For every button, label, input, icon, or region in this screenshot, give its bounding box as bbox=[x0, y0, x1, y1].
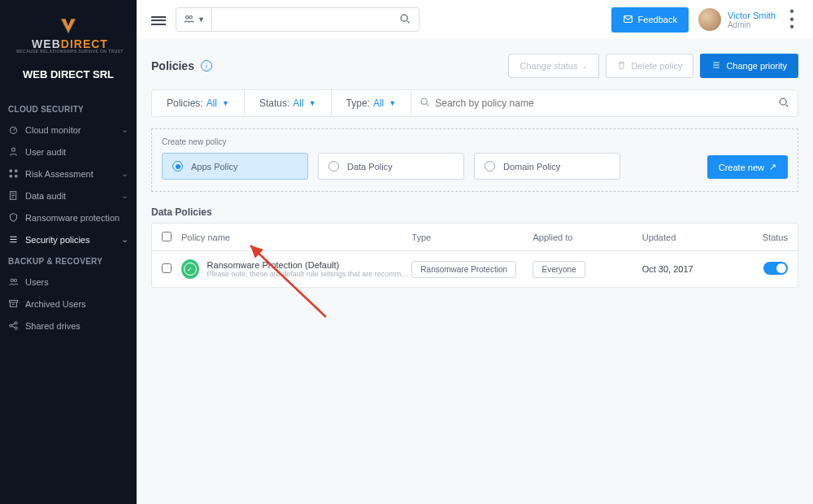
nav-label: Risk Assessment bbox=[25, 169, 93, 179]
shield-icon bbox=[8, 212, 19, 223]
chevron-down-icon: ⌄ bbox=[121, 124, 128, 135]
option-label: Apps Policy bbox=[191, 162, 237, 172]
filter-type[interactable]: Type: All ▼ bbox=[332, 90, 412, 116]
change-status-button[interactable]: Change status ⌄ bbox=[508, 54, 599, 78]
nav-label: Users bbox=[25, 277, 49, 287]
option-label: Domain Policy bbox=[503, 162, 560, 172]
policy-search-input[interactable] bbox=[435, 98, 778, 109]
more-menu-icon[interactable]: ••• bbox=[785, 7, 798, 32]
button-label: Delete policy bbox=[631, 61, 682, 71]
brand-logo: WEBDIRECT BECAUSE RELATIONSHIPS SURVIVE … bbox=[0, 11, 137, 68]
radio-icon bbox=[328, 161, 339, 172]
user-name: Victor Smith bbox=[728, 11, 776, 20]
radio-icon bbox=[485, 161, 495, 172]
table-section-title: Data Policies bbox=[151, 206, 798, 218]
main: ▼ Feedback Victor Smith Admin ••• Polici… bbox=[137, 0, 813, 504]
sidebar-section-backup-recovery: BACKUP & RECOVERY bbox=[0, 250, 137, 271]
search-scope-selector[interactable]: ▼ bbox=[176, 8, 212, 31]
sidebar-item-shared-drives[interactable]: Shared drives bbox=[0, 315, 137, 337]
policy-type-apps[interactable]: Apps Policy bbox=[162, 153, 308, 180]
svg-point-17 bbox=[421, 98, 427, 104]
user-icon bbox=[8, 146, 19, 157]
sidebar-item-user-audit[interactable]: User audit bbox=[0, 141, 137, 163]
svg-rect-2 bbox=[10, 170, 12, 172]
policy-type-domain[interactable]: Domain Policy bbox=[474, 153, 620, 180]
svg-rect-5 bbox=[15, 175, 17, 177]
policies-table: Policy name Type Applied to Updated Stat… bbox=[151, 223, 798, 288]
filter-policies[interactable]: Policies: All ▼ bbox=[152, 90, 245, 116]
panel-title: Create new policy bbox=[162, 137, 788, 146]
search-icon bbox=[420, 97, 430, 110]
search-icon[interactable] bbox=[778, 97, 789, 111]
sidebar-item-security-policies[interactable]: Security policies ⌄ bbox=[0, 228, 137, 250]
sidebar-item-risk-assessment[interactable]: Risk Assessment ⌄ bbox=[0, 163, 137, 185]
radio-icon bbox=[172, 161, 183, 172]
users-icon bbox=[8, 276, 19, 287]
user-role: Admin bbox=[728, 20, 776, 29]
applied-to-tag: Everyone bbox=[533, 261, 585, 278]
policy-subtitle: Please note, these are default rule sett… bbox=[207, 270, 412, 278]
column-header-type[interactable]: Type bbox=[411, 232, 533, 242]
user-menu[interactable]: Victor Smith Admin bbox=[698, 8, 776, 31]
chevron-down-icon: ⌄ bbox=[121, 190, 128, 201]
column-header-status[interactable]: Status bbox=[739, 232, 788, 242]
sidebar-item-cloud-monitor[interactable]: Cloud monitor ⌄ bbox=[0, 119, 137, 141]
column-header-updated[interactable]: Updated bbox=[642, 232, 739, 242]
svg-point-11 bbox=[15, 322, 17, 324]
filter-bar: Policies: All ▼ Status: All ▼ Type: All … bbox=[151, 89, 798, 117]
caret-down-icon: ▼ bbox=[222, 99, 229, 107]
column-header-name[interactable]: Policy name bbox=[181, 232, 411, 242]
nav-label: Ransomware protection bbox=[25, 213, 120, 223]
brand-mark-icon bbox=[57, 15, 80, 37]
filter-label: Type: bbox=[346, 98, 370, 109]
chevron-down-icon: ⌄ bbox=[121, 234, 128, 245]
sidebar-item-data-audit[interactable]: Data audit ⌄ bbox=[0, 185, 137, 206]
nav-label: Security policies bbox=[25, 235, 89, 245]
feedback-button[interactable]: Feedback bbox=[611, 7, 689, 33]
info-icon[interactable]: i bbox=[201, 60, 212, 72]
page-title: Policies bbox=[151, 59, 194, 72]
column-header-applied[interactable]: Applied to bbox=[533, 232, 641, 242]
sidebar-item-ransomware-protection[interactable]: Ransomware protection bbox=[0, 206, 137, 228]
svg-point-8 bbox=[14, 279, 16, 281]
trash-icon bbox=[617, 61, 626, 72]
arrow-right-icon: ↗ bbox=[769, 162, 776, 172]
share-icon bbox=[8, 320, 19, 331]
policy-type-data[interactable]: Data Policy bbox=[318, 153, 464, 180]
policy-search bbox=[411, 97, 798, 111]
sidebar-item-archived-users[interactable]: Archived Users bbox=[0, 293, 137, 315]
filter-status[interactable]: Status: All ▼ bbox=[245, 90, 332, 116]
svg-point-1 bbox=[11, 148, 15, 151]
option-label: Data Policy bbox=[347, 162, 393, 172]
global-search-input[interactable] bbox=[212, 14, 391, 25]
policy-name-cell: Ransomware Protection (Default) Please n… bbox=[207, 260, 412, 278]
nav-label: Cloud monitor bbox=[25, 125, 80, 135]
page-header: Policies i Change status ⌄ Delete policy… bbox=[137, 39, 813, 83]
status-toggle[interactable] bbox=[763, 262, 788, 275]
filter-value: All bbox=[207, 98, 217, 109]
search-icon[interactable] bbox=[391, 13, 419, 27]
svg-point-15 bbox=[401, 15, 407, 21]
shield-check-icon: ✓ bbox=[181, 259, 199, 279]
nav-label: Shared drives bbox=[25, 321, 80, 331]
row-checkbox[interactable] bbox=[162, 263, 172, 273]
svg-rect-3 bbox=[15, 170, 17, 172]
sidebar-item-users[interactable]: Users bbox=[0, 271, 137, 293]
change-priority-button[interactable]: Change priority bbox=[700, 54, 798, 78]
list-icon bbox=[8, 234, 19, 245]
delete-policy-button[interactable]: Delete policy bbox=[606, 54, 693, 78]
table-row[interactable]: ✓ Ransomware Protection (Default) Please… bbox=[152, 251, 798, 287]
grid-icon bbox=[8, 168, 19, 179]
priority-icon bbox=[711, 60, 721, 72]
button-label: Create new bbox=[719, 163, 764, 172]
chevron-down-icon: ▼ bbox=[198, 15, 205, 24]
nav-label: User audit bbox=[25, 147, 66, 157]
svg-point-10 bbox=[10, 324, 12, 327]
menu-toggle-icon[interactable] bbox=[151, 14, 166, 25]
caret-down-icon: ▼ bbox=[389, 99, 396, 107]
user-meta: Victor Smith Admin bbox=[728, 11, 776, 29]
select-all-checkbox[interactable] bbox=[162, 232, 172, 241]
page-actions: Change status ⌄ Delete policy Change pri… bbox=[508, 54, 798, 78]
filter-value: All bbox=[293, 98, 303, 109]
create-new-button[interactable]: Create new ↗ bbox=[707, 155, 788, 179]
